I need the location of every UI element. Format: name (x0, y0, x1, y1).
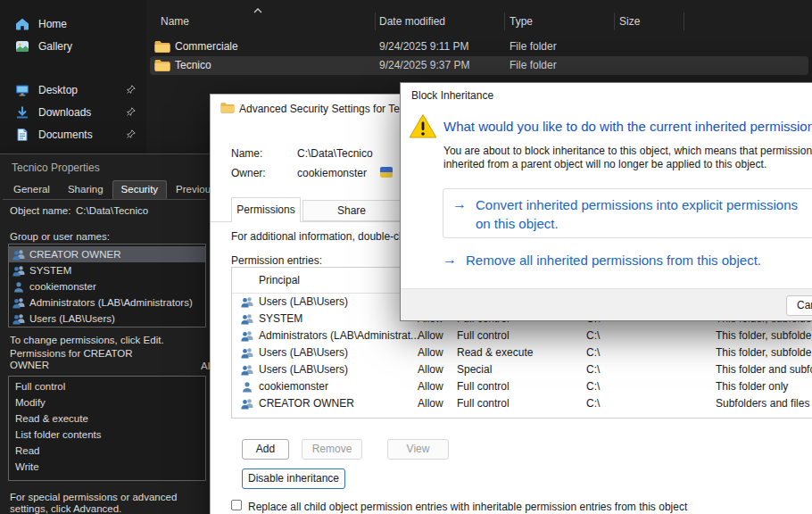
group-list-item[interactable]: Administrators (LAB\Administrators) (9, 294, 205, 311)
entry-access: Full control (457, 380, 510, 393)
arrow-right-icon: → (443, 251, 457, 269)
permission-item[interactable]: List folder contents (9, 427, 205, 443)
sidebar-item-gallery[interactable]: Gallery (4, 35, 143, 57)
pin-icon (126, 129, 136, 139)
dialog-heading: What would you like to do with the curre… (443, 119, 812, 134)
gallery-icon (15, 39, 29, 54)
body-line: You are about to block inheritance to th… (443, 145, 812, 158)
tab-general[interactable]: General (4, 180, 59, 199)
tab-share[interactable]: Share (302, 200, 401, 221)
view-button[interactable]: View (387, 439, 449, 460)
user-icon (241, 381, 253, 393)
folder-icon (154, 59, 170, 74)
permission-label: Full control (15, 381, 65, 392)
tab-sharing[interactable]: Sharing (59, 180, 112, 199)
group-name: SYSTEM (29, 265, 71, 276)
sidebar-item-label: Documents (38, 128, 93, 141)
entry-principal: Users (LAB\Users) (259, 363, 348, 376)
group-list-item[interactable]: CREATOR OWNER (9, 246, 205, 262)
entry-access: Special (457, 363, 492, 376)
sidebar-item-label: Desktop (38, 84, 78, 96)
permission-entry-row[interactable]: cookiemonsterAllowFull controlC:\This fo… (232, 378, 812, 395)
group-user-names-label: Group or user names: (10, 231, 110, 242)
file-type: File folder (510, 40, 557, 53)
file-name: Tecnico (175, 59, 211, 71)
group-list-item[interactable]: Users (LAB\Users) (9, 311, 205, 327)
sidebar-item-desktop[interactable]: Desktop (4, 79, 143, 101)
command-link-text: Remove all inherited permissions from th… (466, 251, 761, 269)
add-button[interactable]: Add (242, 439, 289, 460)
column-header-name[interactable]: Name (161, 15, 189, 28)
entry-applies-to: Subfolders and files o (716, 397, 812, 410)
owner-label: Owner: (231, 167, 266, 179)
group-list-item[interactable]: SYSTEM (9, 262, 205, 278)
dialog-title: Tecnico Properties (12, 162, 100, 174)
column-header-type[interactable]: Type (510, 15, 533, 28)
pin-icon (126, 107, 136, 117)
sidebar-item-downloads[interactable]: Downloads (4, 101, 143, 123)
permission-item[interactable]: Full control (9, 378, 205, 394)
sort-ascending-icon (253, 4, 262, 16)
change-permissions-hint: To change permissions, click Edit. (10, 335, 164, 345)
file-date-modified: 9/24/2025 9:11 PM (379, 40, 469, 53)
permissions-list: Full controlModifyRead & executeList fol… (8, 376, 206, 481)
body-line: inherited from a parent object will no l… (443, 158, 812, 171)
sidebar-pinned-section: DesktopDownloadsDocuments (0, 79, 146, 145)
group-list-item[interactable]: cookiemonster (9, 278, 205, 294)
entry-principal: CREATOR OWNER (259, 397, 354, 410)
tab-permissions[interactable]: Permissions (231, 197, 301, 222)
sidebar-main-section: HomeGallery (0, 0, 146, 57)
sidebar-item-documents[interactable]: Documents (4, 123, 143, 145)
permission-entry-row[interactable]: CREATOR OWNERAllowFull controlC:\Subfold… (232, 395, 812, 412)
permission-item[interactable]: Write (9, 459, 205, 475)
disable-inheritance-button[interactable]: Disable inheritance (242, 468, 345, 489)
entry-inherited-from: C:\ (586, 363, 600, 376)
entry-principal: Users (LAB\Users) (259, 346, 348, 359)
remove-button[interactable]: Remove (302, 439, 362, 460)
sidebar-item-label: Gallery (38, 40, 72, 53)
entry-inherited-from: C:\ (586, 397, 600, 410)
remove-permissions-link[interactable]: →Remove all inherited permissions from t… (443, 251, 761, 269)
replace-checkbox[interactable] (231, 500, 242, 510)
permission-label: Modify (15, 397, 46, 408)
entry-principal: SYSTEM (259, 312, 302, 325)
permission-item[interactable]: Read (9, 443, 205, 459)
entry-inherited-from: C:\ (586, 346, 600, 359)
group-name: Users (LAB\Users) (29, 313, 115, 324)
column-divider (504, 12, 505, 30)
permission-entry-row[interactable]: Users (LAB\Users)AllowSpecialC:\This fol… (232, 361, 812, 378)
entry-principal: Users (LAB\Users) (259, 295, 348, 308)
group-icon (12, 297, 25, 309)
entry-applies-to: This folder and subfo (716, 363, 812, 376)
group-user-list: CREATOR OWNERSYSTEMcookiemonsterAdminist… (8, 244, 206, 327)
convert-permissions-link[interactable]: →Convert inherited permissions into expl… (443, 188, 812, 238)
entry-applies-to: This folder only (716, 380, 788, 393)
dialog-footer: Cancel (401, 288, 812, 320)
folder-icon (154, 40, 170, 55)
cancel-button[interactable]: Cancel (786, 295, 812, 316)
file-row[interactable]: Tecnico9/24/2025 9:37 PMFile folder (146, 56, 812, 76)
block-inheritance-dialog: Block Inheritance What would you like to… (400, 82, 812, 321)
sidebar-item-home[interactable]: Home (4, 12, 143, 35)
advanced-settings-hint: For special permissions or advanced sett… (10, 492, 195, 514)
file-row[interactable]: Commerciale9/24/2025 9:11 PMFile folder (146, 37, 812, 56)
permission-entry-row[interactable]: Administrators (LAB\Administrat...AllowF… (232, 327, 812, 344)
file-date-modified: 9/24/2025 9:37 PM (379, 59, 469, 71)
tab-strip-divider (3, 199, 206, 200)
group-icon (241, 313, 253, 325)
permission-entry-row[interactable]: Users (LAB\Users)AllowRead & executeC:\T… (232, 344, 812, 361)
permission-item[interactable]: Read & execute (9, 410, 205, 427)
column-header-size[interactable]: Size (619, 15, 640, 28)
entry-principal: cookiemonster (259, 380, 328, 393)
entry-inherited-from: C:\ (586, 380, 600, 393)
group-name: cookiemonster (29, 281, 96, 292)
principal-column-header[interactable]: Principal (259, 274, 300, 286)
arrow-right-icon: → (452, 195, 467, 213)
permissions-for-label: Permissions for CREATOR OWNER (10, 348, 137, 371)
entry-inherited-from: C:\ (586, 329, 600, 342)
replace-checkbox-label: Replace all child object permission entr… (248, 501, 687, 513)
column-header-date-modified[interactable]: Date modified (379, 15, 445, 28)
permission-item[interactable]: Modify (9, 394, 205, 410)
tab-security[interactable]: Security (112, 180, 168, 199)
documents-icon (15, 128, 29, 142)
